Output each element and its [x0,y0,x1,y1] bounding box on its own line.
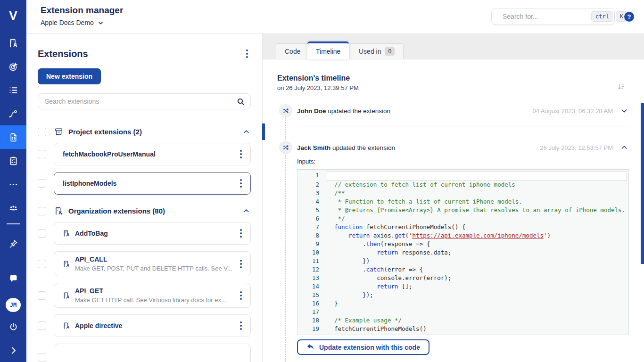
extension-group-header[interactable]: Organization extensions (80) [38,206,251,215]
page-title: Extension manager [41,5,123,16]
code-line: 20 .then(models => { [297,333,628,335]
code-line: 13 console.error(error); [297,274,628,282]
group-label: Project extensions (2) [68,128,242,136]
project-selector[interactable]: Apple Docs Demo [41,19,104,26]
organization-icon [63,292,70,299]
rail-power-icon[interactable] [0,315,26,338]
line-number: 20 [297,333,327,335]
extension-checkbox[interactable] [38,321,46,330]
chevron-up-icon[interactable] [619,143,629,152]
virtuoso-logo[interactable]: V [0,0,26,31]
group-checkbox[interactable] [38,207,46,215]
rail-chat-icon[interactable] [0,267,26,290]
line-number: 12 [297,265,327,274]
rail-goal-target-icon[interactable] [0,55,26,78]
rail-more-dots-icon[interactable] [0,173,26,196]
code-line: 7function fetchCurrentiPhoneModels() { [297,223,628,231]
code-editor[interactable]: 1 2// extension to fetch list of current… [297,169,629,335]
search-icon [237,98,245,106]
line-number: 13 [297,274,327,282]
extension-group-header[interactable]: Project extensions (2) [38,127,251,136]
chevron-up-icon[interactable] [242,206,251,215]
extension-card[interactable]: listIphoneModels [54,172,251,195]
help-button[interactable]: ? [624,12,634,22]
line-number: 8 [297,231,327,240]
extension-checkbox[interactable] [38,260,46,268]
main-scrollbar-thumb[interactable] [641,103,644,264]
extension-kebab-menu[interactable] [237,148,245,160]
code-line: 2// extension to fetch list of current i… [297,181,628,189]
extension-checkbox[interactable] [38,353,46,362]
rail-list-icon[interactable] [0,78,26,102]
extension-checkbox[interactable] [38,179,46,188]
line-number: 14 [297,282,327,291]
rail-journey-icon[interactable] [0,102,26,125]
line-number: 9 [297,240,327,248]
extension-kebab-menu[interactable] [237,227,245,239]
line-number: 15 [297,291,327,299]
reply-arrow-icon [306,343,314,351]
chevron-up-icon[interactable] [242,127,251,136]
timeline-entry-timestamp: 04 August 2023, 06:32:28 AM [532,107,613,115]
extension-row: API_CALL Make GET, POST, PUT and DELETE … [38,251,251,276]
rail-extensions-code-file-icon[interactable] [0,125,26,149]
extension-kebab-menu[interactable] [237,177,245,189]
rail-team-icon[interactable] [0,196,26,220]
code-line: 12 .catch(error => { [297,265,628,274]
archive-box-icon [54,127,63,136]
global-search[interactable]: ctrl K [491,8,615,25]
extension-kebab-menu[interactable] [237,289,245,302]
global-search-input[interactable] [502,12,589,21]
extension-row: listIphoneModels [38,172,251,195]
extension-card[interactable] [54,344,251,362]
rail-checklist-icon[interactable] [0,149,26,173]
extension-card[interactable]: API_CALL Make GET, POST, PUT and DELETE … [54,251,251,276]
panel-title: Extensions [38,49,88,59]
line-number: 18 [297,316,327,325]
timeline-entry-timestamp: 26 July 2023, 12:53:57 PM [540,144,613,151]
extension-card[interactable]: Apple directive [54,314,251,337]
line-number: 3 [297,189,327,197]
rail-pin-icon[interactable] [0,232,26,255]
code-line: 15 }); [297,291,628,299]
timeline-subtitle: on 26 July 2023, 12:39:57 PM [277,84,359,91]
extension-card[interactable]: AddToBag [54,222,251,245]
update-extension-button[interactable]: Update extension with this code [297,339,429,355]
avatar[interactable]: JM [6,298,21,312]
rail-expand-chevron-icon[interactable] [0,338,26,362]
tab-code[interactable]: Code [276,43,309,59]
panel-kebab-menu[interactable] [243,48,251,60]
organization-icon [63,260,70,268]
extension-checkbox[interactable] [38,150,46,158]
line-number: 6 [297,214,327,223]
extension-card[interactable]: API_GET Make GET HTTP call. See Virtuoso… [54,283,251,308]
extension-title: API_GET [75,287,237,295]
group-checkbox[interactable] [38,128,46,136]
rail-organization-icon[interactable] [0,31,26,55]
group-label: Organization extensions (80) [68,207,242,215]
code-line: 14 return []; [297,282,628,291]
line-number: 2 [297,181,327,189]
tab-timeline[interactable]: Timeline [307,41,349,59]
extension-checkbox[interactable] [38,229,46,238]
extension-kebab-menu[interactable] [237,258,245,270]
extension-card[interactable]: fetchMacbookProUserManual [54,143,251,165]
extension-checkbox[interactable] [38,291,46,300]
code-line: 19fetchCurrentiPhoneModels() [297,325,628,333]
rail-divider [7,223,20,224]
extension-kebab-menu[interactable] [237,320,245,332]
code-line: 8 return axios.get('https://api.example.… [297,231,628,240]
sort-descending-icon[interactable] [617,83,625,91]
new-extension-button[interactable]: New extension [38,68,101,84]
extensions-search[interactable] [38,93,251,109]
tab-used-in[interactable]: Used in0 [350,43,404,59]
extension-row: fetchMacbookProUserManual [38,143,251,165]
organization-icon [63,322,70,329]
extension-title: API_CALL [75,255,237,263]
extensions-search-input[interactable] [44,97,237,106]
timeline-entry: Jack Smith updated the extension 26 July… [279,141,629,154]
panel-scrollbar-thumb[interactable] [262,123,265,140]
used-in-count-badge: 0 [385,47,395,56]
chevron-down-icon[interactable] [619,106,629,115]
project-name: Apple Docs Demo [41,19,94,26]
